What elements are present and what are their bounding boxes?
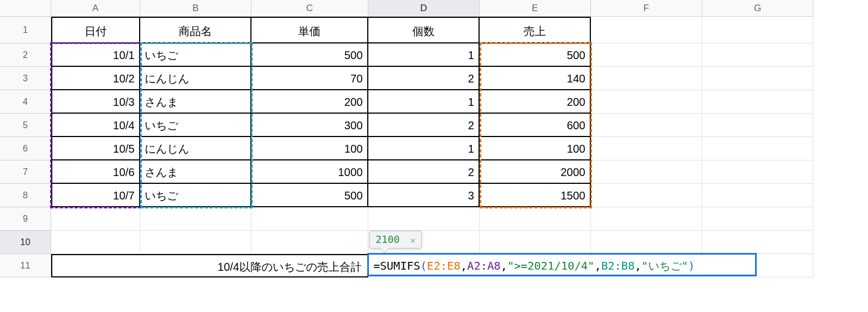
formula-token-comma4: , — [635, 259, 642, 272]
formula-token-crit1: ">=2021/10/4" — [507, 259, 595, 272]
summary-label-cell[interactable]: 10/4以降のいちごの売上合計 — [51, 254, 368, 277]
cell-E4[interactable]: 200 — [480, 90, 591, 114]
cell-C3[interactable]: 70 — [251, 67, 368, 90]
cell-A7[interactable]: 10/6 — [51, 160, 140, 184]
cell-G8[interactable] — [702, 184, 813, 207]
cell-G7[interactable] — [702, 160, 813, 184]
cell-D8[interactable]: 3 — [368, 184, 480, 207]
cell-A9[interactable] — [51, 207, 140, 231]
cell-D6[interactable]: 1 — [368, 137, 480, 160]
cell-G3[interactable] — [702, 67, 813, 90]
col-header-D[interactable]: D — [368, 0, 480, 17]
cell-C9[interactable] — [251, 207, 368, 231]
formula-token-open-paren: ( — [420, 259, 427, 272]
row-header-3[interactable]: 3 — [0, 67, 51, 90]
cell-A6[interactable]: 10/5 — [51, 137, 140, 160]
cell-G10[interactable] — [702, 231, 813, 254]
cell-D7[interactable]: 2 — [368, 160, 480, 184]
col-header-E[interactable]: E — [480, 0, 591, 17]
cell-D1[interactable]: 個数 — [368, 17, 480, 43]
cell-F6[interactable] — [591, 137, 702, 160]
cell-G4[interactable] — [702, 90, 813, 114]
close-icon[interactable]: ✕ — [410, 235, 416, 246]
row-header-8[interactable]: 8 — [0, 184, 51, 207]
row-header-7[interactable]: 7 — [0, 160, 51, 184]
col-header-F[interactable]: F — [591, 0, 702, 17]
row-header-5[interactable]: 5 — [0, 114, 51, 137]
formula-token-comma1: , — [461, 259, 467, 272]
col-header-G[interactable]: G — [702, 0, 813, 17]
cell-B3[interactable]: にんじん — [140, 67, 251, 90]
cell-B7[interactable]: さんま — [140, 160, 251, 184]
cell-E2[interactable]: 500 — [480, 43, 591, 67]
cell-A1[interactable]: 日付 — [51, 17, 140, 43]
select-all-corner[interactable] — [0, 0, 51, 17]
cell-A5[interactable]: 10/4 — [51, 114, 140, 137]
col-header-A[interactable]: A — [51, 0, 140, 17]
cell-F3[interactable] — [591, 67, 702, 90]
formula-token-fn: =SUMIFS — [373, 259, 420, 272]
row-headers: 1 2 3 4 5 6 7 8 9 10 11 — [0, 17, 51, 277]
formula-token-range2: A2:A8 — [467, 259, 501, 272]
cell-E7[interactable]: 2000 — [480, 160, 591, 184]
row-header-6[interactable]: 6 — [0, 137, 51, 160]
cell-E5[interactable]: 600 — [480, 114, 591, 137]
cell-G6[interactable] — [702, 137, 813, 160]
cell-F4[interactable] — [591, 90, 702, 114]
col-header-B[interactable]: B — [140, 0, 251, 17]
cell-C5[interactable]: 300 — [251, 114, 368, 137]
cell-F8[interactable] — [591, 184, 702, 207]
row-header-11[interactable]: 11 — [0, 254, 51, 277]
cell-C10[interactable] — [251, 231, 368, 254]
cell-D5[interactable]: 2 — [368, 114, 480, 137]
cell-E8[interactable]: 1500 — [480, 184, 591, 207]
cell-F5[interactable] — [591, 114, 702, 137]
formula-token-range1: E2:E8 — [427, 259, 460, 272]
row-header-4[interactable]: 4 — [0, 90, 51, 114]
cell-F7[interactable] — [591, 160, 702, 184]
row-header-1[interactable]: 1 — [0, 17, 51, 43]
cell-F9[interactable] — [591, 207, 702, 231]
cell-C6[interactable]: 100 — [251, 137, 368, 160]
row-header-2[interactable]: 2 — [0, 43, 51, 67]
cell-F10[interactable] — [591, 231, 702, 254]
cell-B6[interactable]: にんじん — [140, 137, 251, 160]
cell-B4[interactable]: さんま — [140, 90, 251, 114]
cell-E10[interactable] — [480, 231, 591, 254]
cell-D9[interactable] — [368, 207, 480, 231]
cell-G9[interactable] — [702, 207, 813, 231]
cell-B8[interactable]: いちご — [140, 184, 251, 207]
cell-B9[interactable] — [140, 207, 251, 231]
cell-D2[interactable]: 1 — [368, 43, 480, 67]
cell-E1[interactable]: 売上 — [480, 17, 591, 43]
cell-B10[interactable] — [140, 231, 251, 254]
cell-E3[interactable]: 140 — [480, 67, 591, 90]
col-header-C[interactable]: C — [251, 0, 368, 17]
cell-A3[interactable]: 10/2 — [51, 67, 140, 90]
cell-C2[interactable]: 500 — [251, 43, 368, 67]
cell-A10[interactable] — [51, 231, 140, 254]
cell-F2[interactable] — [591, 43, 702, 67]
formula-editor[interactable]: =SUMIFS(E2:E8,A2:A8,">=2021/10/4",B2:B8,… — [367, 253, 757, 276]
cell-A8[interactable]: 10/7 — [51, 184, 140, 207]
cell-D3[interactable]: 2 — [368, 67, 480, 90]
cell-D4[interactable]: 1 — [368, 90, 480, 114]
cell-B5[interactable]: いちご — [140, 114, 251, 137]
cell-B1[interactable]: 商品名 — [140, 17, 251, 43]
cell-C7[interactable]: 1000 — [251, 160, 368, 184]
cell-G5[interactable] — [702, 114, 813, 137]
cell-E6[interactable]: 100 — [480, 137, 591, 160]
cell-G1[interactable] — [702, 17, 813, 43]
cell-E9[interactable] — [480, 207, 591, 231]
cell-B2[interactable]: いちご — [140, 43, 251, 67]
row-header-10[interactable]: 10 — [0, 231, 51, 254]
cell-C8[interactable]: 500 — [251, 184, 368, 207]
row-header-9[interactable]: 9 — [0, 207, 51, 231]
cell-C1[interactable]: 単価 — [251, 17, 368, 43]
cell-C4[interactable]: 200 — [251, 90, 368, 114]
formula-token-range3: B2:B8 — [601, 259, 634, 272]
cell-G2[interactable] — [702, 43, 813, 67]
cell-A2[interactable]: 10/1 — [51, 43, 140, 67]
cell-A4[interactable]: 10/3 — [51, 90, 140, 114]
cell-F1[interactable] — [591, 17, 702, 43]
